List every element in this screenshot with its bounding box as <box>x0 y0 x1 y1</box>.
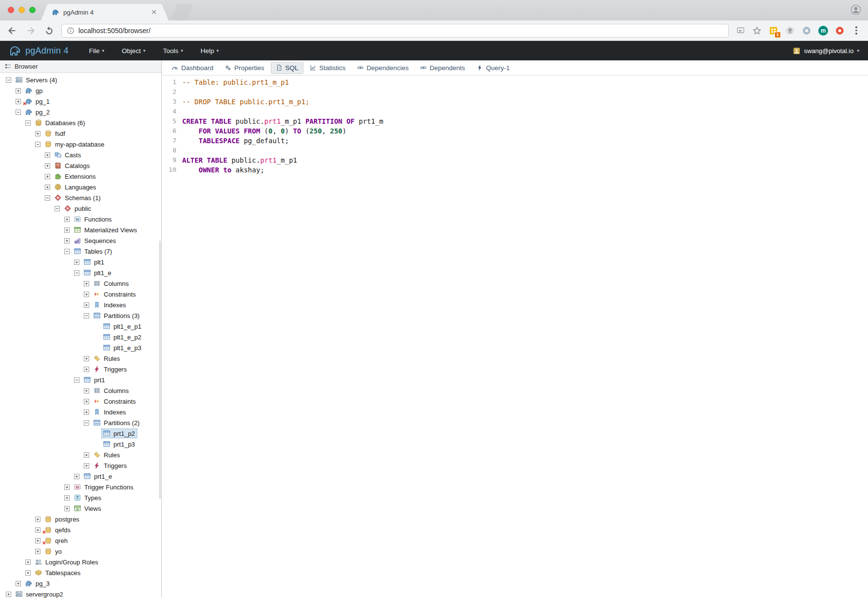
expander-minus-icon[interactable] <box>74 270 79 276</box>
fullscreen-window-button[interactable] <box>29 7 36 13</box>
expander-minus-icon[interactable] <box>55 206 60 211</box>
tab-dependencies[interactable]: Dependencies <box>352 62 414 74</box>
extension-m-icon[interactable]: m <box>817 25 829 37</box>
browser-tab[interactable]: pgAdmin 4 ✕ <box>41 4 169 20</box>
expander-plus-icon[interactable] <box>84 410 89 415</box>
tree-item-my-app-database[interactable]: my-app-database <box>0 139 161 150</box>
expander-plus-icon[interactable] <box>64 495 70 501</box>
expander-plus-icon[interactable] <box>35 131 40 136</box>
reload-button[interactable] <box>43 24 56 37</box>
expander-plus-icon[interactable] <box>16 88 21 93</box>
tree-item-views[interactable]: Views <box>0 503 161 514</box>
tree-item-triggers[interactable]: Triggers <box>0 460 161 471</box>
tree-item-indexes[interactable]: Indexes <box>0 299 161 310</box>
bookmark-star-icon[interactable] <box>751 25 763 37</box>
expander-minus-icon[interactable] <box>25 120 31 126</box>
expander-plus-icon[interactable] <box>84 367 89 372</box>
expander-minus-icon[interactable] <box>84 420 89 426</box>
tab-properties[interactable]: Properties <box>220 62 269 74</box>
extension-grid-icon[interactable]: 1 <box>768 25 779 37</box>
expander-plus-icon[interactable] <box>84 452 89 458</box>
url-bar[interactable]: localhost:5050/browser/ <box>61 24 729 37</box>
user-menu[interactable]: swang@pivotal.io ▾ <box>793 47 859 55</box>
tab-sql[interactable]: SQL <box>271 62 303 74</box>
expander-plus-icon[interactable] <box>25 570 31 576</box>
tree-item-pg-2[interactable]: pg_2 <box>0 107 161 117</box>
expander-minus-icon[interactable] <box>35 142 40 147</box>
tree-item-columns[interactable]: Columns <box>0 278 161 289</box>
tree-item-databases-6[interactable]: Databases (6) <box>0 117 161 128</box>
tree-item-plt1-e[interactable]: plt1_e <box>0 267 161 278</box>
profile-icon[interactable] <box>850 4 861 15</box>
tree-item-qreh[interactable]: ×qreh <box>0 535 161 546</box>
tab-dashboard[interactable]: Dashboard <box>167 62 218 74</box>
expander-minus-icon[interactable] <box>84 313 89 318</box>
tree-item-pg-1[interactable]: ×pg_1 <box>0 96 161 107</box>
expander-plus-icon[interactable] <box>64 238 70 243</box>
tree-item-pg-3[interactable]: pg_3 <box>0 578 161 589</box>
menu-file[interactable]: File▾ <box>89 47 104 55</box>
expander-plus-icon[interactable] <box>84 463 89 468</box>
tree-item-login-group-roles[interactable]: Login/Group Roles <box>0 557 161 567</box>
tree-item-schemas-1[interactable]: Schemas (1) <box>0 192 161 203</box>
site-info-icon[interactable] <box>67 27 75 35</box>
minimize-window-button[interactable] <box>19 7 25 13</box>
expander-plus-icon[interactable] <box>74 260 79 265</box>
tab-close-button[interactable]: ✕ <box>151 9 157 16</box>
expander-plus-icon[interactable] <box>84 302 89 308</box>
expander-plus-icon[interactable] <box>84 292 89 297</box>
tree-item-postgres[interactable]: postgres <box>0 514 161 524</box>
tree-item-languages[interactable]: Languages <box>0 182 161 192</box>
tree-item-sequences[interactable]: Sequences <box>0 235 161 246</box>
browser-menu-icon[interactable] <box>850 25 862 37</box>
tab-query-1[interactable]: Query-1 <box>472 62 515 74</box>
expander-minus-icon[interactable] <box>64 249 70 254</box>
expander-plus-icon[interactable] <box>16 581 21 586</box>
tree-item-casts[interactable]: Casts <box>0 150 161 160</box>
tree-item-tables-7[interactable]: Tables (7) <box>0 246 161 257</box>
tree-item-plt1-e-p2[interactable]: plt1_e_p2 <box>0 332 161 342</box>
expander-plus-icon[interactable] <box>84 399 89 404</box>
close-window-button[interactable] <box>8 7 14 13</box>
expander-plus-icon[interactable] <box>35 549 40 554</box>
expander-minus-icon[interactable] <box>74 377 79 383</box>
tree-item-constraints[interactable]: Constraints <box>0 289 161 299</box>
tree-item-qefds[interactable]: ×qefds <box>0 524 161 535</box>
extension-red-icon[interactable] <box>834 25 846 37</box>
tree-item-fsdf[interactable]: fsdf <box>0 128 161 139</box>
tree-item-triggers[interactable]: Triggers <box>0 364 161 374</box>
tree-item-functions[interactable]: fxFunctions <box>0 214 161 224</box>
tree-item-servers-4[interactable]: Servers (4) <box>0 75 161 85</box>
menu-help[interactable]: Help▾ <box>201 47 219 55</box>
expander-minus-icon[interactable] <box>45 195 50 201</box>
sql-editor[interactable]: 1-- Table: public.prt1_m_p12 3-- DROP TA… <box>162 75 868 598</box>
expander-minus-icon[interactable] <box>16 110 21 115</box>
expander-plus-icon[interactable] <box>25 560 31 565</box>
expander-plus-icon[interactable] <box>45 174 50 179</box>
expander-plus-icon[interactable] <box>84 356 89 361</box>
expander-plus-icon[interactable] <box>35 517 40 522</box>
expander-plus-icon[interactable] <box>45 163 50 168</box>
expander-plus-icon[interactable] <box>45 185 50 190</box>
expander-plus-icon[interactable] <box>84 281 89 286</box>
tree-item-plt1-e-p1[interactable]: plt1_e_p1 <box>0 321 161 332</box>
cast-action-icon[interactable] <box>735 25 746 37</box>
menu-tools[interactable]: Tools▾ <box>163 47 183 55</box>
expander-plus-icon[interactable] <box>35 527 40 533</box>
tree-scrollbar[interactable] <box>159 241 161 499</box>
extension-gray-icon[interactable] <box>801 25 812 37</box>
expander-plus-icon[interactable] <box>74 474 79 479</box>
tree-item-partitions-3[interactable]: Partitions (3) <box>0 310 161 321</box>
tree-item-materialized-views[interactable]: Materialized Views <box>0 224 161 235</box>
tree-item-plt1[interactable]: plt1 <box>0 257 161 267</box>
tree-item-rules[interactable]: Rules <box>0 353 161 364</box>
tree-item-yo[interactable]: yo <box>0 546 161 557</box>
tree-item-prt1[interactable]: prt1 <box>0 374 161 385</box>
tree-item-extensions[interactable]: Extensions <box>0 171 161 182</box>
expander-plus-icon[interactable] <box>84 388 89 393</box>
tree-item-partitions-2[interactable]: Partitions (2) <box>0 417 161 428</box>
expander-plus-icon[interactable] <box>64 506 70 511</box>
expander-minus-icon[interactable] <box>6 77 11 83</box>
tree-item-prt1-e[interactable]: prt1_e <box>0 471 161 482</box>
tree-item-prt1-p2[interactable]: prt1_p2 <box>0 428 161 439</box>
